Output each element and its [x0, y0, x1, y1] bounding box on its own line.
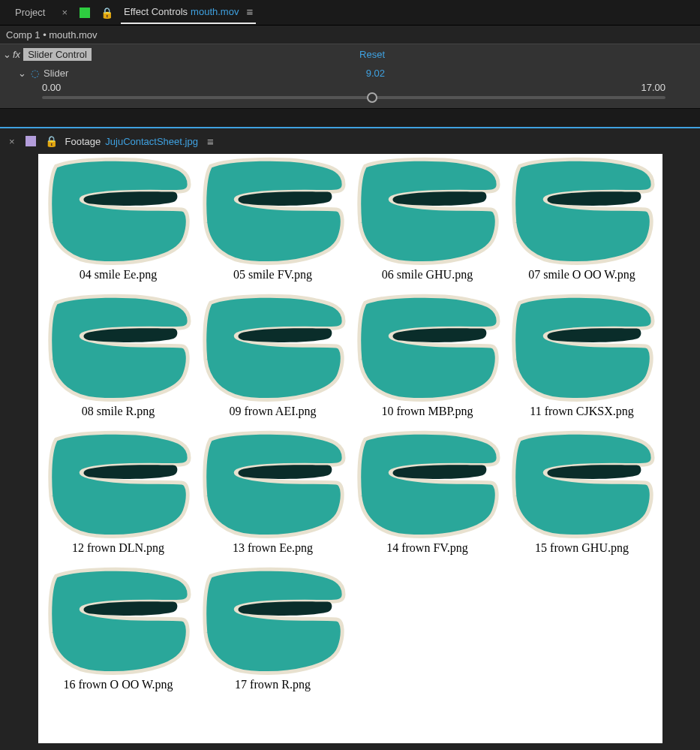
- contact-sheet-cell: 14 frown FV.png: [353, 427, 502, 559]
- disclosure-caret-icon[interactable]: ⌄: [18, 68, 26, 79]
- contact-sheet-cell: 16 frown O OO W.png: [44, 564, 193, 696]
- thumbnail-caption: 16 frown O OO W.png: [63, 678, 173, 691]
- effect-controls-panel: ⌄ fx Slider Control Reset ⌄ ◌ Slider 9.0…: [0, 44, 700, 109]
- thumbnail-caption: 07 smile O OO W.png: [528, 268, 635, 282]
- slider-min: 0.00: [42, 82, 61, 93]
- mouth-thumbnail: [509, 291, 656, 403]
- panel-menu-icon[interactable]: ≡: [207, 135, 214, 148]
- mouth-thumbnail: [200, 564, 347, 676]
- footage-panel: × 🔒 Footage JujuContactSheet.jpg ≡ 04 sm…: [0, 127, 700, 750]
- effect-header-row: ⌄ fx Slider Control Reset: [0, 44, 700, 64]
- thumbnail-caption: 10 frown MBP.png: [381, 405, 473, 418]
- panel-tabrow-lower: × 🔒 Footage JujuContactSheet.jpg ≡: [0, 128, 700, 154]
- stopwatch-icon[interactable]: ◌: [31, 68, 39, 79]
- thumbnail-caption: 05 smile FV.png: [233, 268, 312, 282]
- mouth-thumbnail: [354, 154, 501, 267]
- contact-sheet-cell: 10 frown MBP.png: [353, 291, 502, 423]
- panel-color-swatch: [26, 136, 36, 146]
- slider-thumb[interactable]: [367, 92, 377, 103]
- close-icon[interactable]: ×: [5, 136, 20, 147]
- thumbnail-caption: 14 frown FV.png: [386, 541, 468, 555]
- contact-sheet: 04 smile Ee.png 05 smile FV.png 06 smile…: [38, 154, 662, 743]
- contact-sheet-cell: 05 smile FV.png: [199, 154, 347, 286]
- effect-name[interactable]: Slider Control: [23, 48, 92, 61]
- reset-link[interactable]: Reset: [359, 49, 385, 60]
- thumbnail-caption: 17 frown R.png: [235, 678, 311, 691]
- tab-label: Effect Controls: [124, 6, 188, 17]
- mouth-thumbnail: [45, 154, 192, 267]
- tab-project[interactable]: Project: [8, 2, 53, 23]
- thumbnail-caption: 08 smile R.png: [82, 405, 155, 418]
- slider-max: 17.00: [641, 82, 665, 93]
- close-icon[interactable]: ×: [57, 7, 72, 18]
- mouth-thumbnail: [354, 427, 501, 540]
- mouth-thumbnail: [45, 291, 192, 403]
- contact-sheet-cell: 07 smile O OO W.png: [508, 154, 656, 286]
- slider-range-labels: 0.00 17.00: [0, 82, 700, 93]
- panel-menu-icon[interactable]: ≡: [246, 5, 253, 18]
- lock-icon[interactable]: 🔒: [45, 135, 58, 147]
- effect-param-row: ⌄ ◌ Slider 9.02: [0, 64, 700, 82]
- lock-icon[interactable]: 🔒: [101, 7, 113, 19]
- mouth-thumbnail: [509, 427, 656, 540]
- footage-filename: JujuContactSheet.jpg: [105, 136, 198, 147]
- thumbnail-caption: 15 frown GHU.png: [535, 541, 629, 555]
- disclosure-caret-icon[interactable]: ⌄: [3, 49, 11, 60]
- footage-prefix: Footage: [65, 136, 101, 147]
- thumbnail-caption: 12 frown DLN.png: [72, 541, 164, 555]
- mouth-thumbnail: [200, 291, 347, 403]
- contact-sheet-cell: 17 frown R.png: [199, 564, 347, 696]
- viewer-area[interactable]: 04 smile Ee.png 05 smile FV.png 06 smile…: [0, 154, 700, 750]
- breadcrumb: Comp 1 • mouth.mov: [0, 26, 700, 44]
- slider-track[interactable]: [42, 96, 665, 99]
- tab-filename: mouth.mov: [191, 6, 239, 17]
- contact-sheet-cell: 09 frown AEI.png: [199, 291, 347, 423]
- mouth-thumbnail: [509, 154, 656, 267]
- contact-sheet-cell: 11 frown CJKSX.png: [508, 291, 656, 423]
- contact-sheet-cell: 06 smile GHU.png: [353, 154, 502, 286]
- thumbnail-caption: 06 smile GHU.png: [382, 268, 473, 282]
- contact-sheet-cell: 08 smile R.png: [44, 291, 193, 423]
- contact-sheet-cell: 15 frown GHU.png: [508, 427, 656, 559]
- mouth-thumbnail: [354, 291, 501, 403]
- panel-tabrow-upper: Project × 🔒 Effect Controls mouth.mov ≡: [0, 0, 700, 26]
- panel-color-swatch: [80, 8, 90, 18]
- param-value[interactable]: 9.02: [366, 68, 385, 79]
- contact-sheet-cell: 12 frown DLN.png: [44, 427, 193, 559]
- thumbnail-caption: 11 frown CJKSX.png: [530, 405, 634, 418]
- fx-badge[interactable]: fx: [13, 49, 20, 60]
- tab-effect-controls[interactable]: Effect Controls mouth.mov ≡: [121, 1, 256, 24]
- mouth-thumbnail: [200, 154, 347, 267]
- mouth-thumbnail: [45, 564, 192, 676]
- thumbnail-caption: 04 smile Ee.png: [80, 268, 158, 282]
- mouth-thumbnail: [200, 427, 347, 540]
- thumbnail-caption: 09 frown AEI.png: [230, 405, 317, 418]
- contact-sheet-cell: 13 frown Ee.png: [199, 427, 347, 559]
- mouth-thumbnail: [45, 427, 192, 540]
- contact-sheet-cell: 04 smile Ee.png: [44, 154, 193, 286]
- param-label: Slider: [44, 68, 68, 79]
- thumbnail-caption: 13 frown Ee.png: [233, 541, 313, 555]
